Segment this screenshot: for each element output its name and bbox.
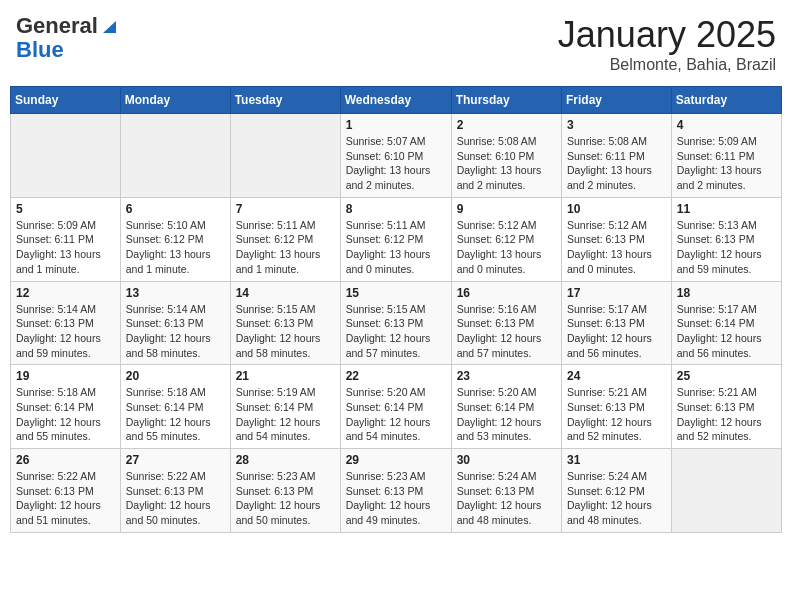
day-info: Sunrise: 5:13 AM Sunset: 6:13 PM Dayligh… bbox=[677, 218, 776, 277]
table-row: 14Sunrise: 5:15 AM Sunset: 6:13 PM Dayli… bbox=[230, 281, 340, 365]
calendar-week-row: 1Sunrise: 5:07 AM Sunset: 6:10 PM Daylig… bbox=[11, 114, 782, 198]
col-monday: Monday bbox=[120, 87, 230, 114]
table-row: 9Sunrise: 5:12 AM Sunset: 6:12 PM Daylig… bbox=[451, 197, 561, 281]
day-info: Sunrise: 5:18 AM Sunset: 6:14 PM Dayligh… bbox=[16, 385, 115, 444]
day-number: 11 bbox=[677, 202, 776, 216]
day-info: Sunrise: 5:12 AM Sunset: 6:12 PM Dayligh… bbox=[457, 218, 556, 277]
calendar-week-row: 5Sunrise: 5:09 AM Sunset: 6:11 PM Daylig… bbox=[11, 197, 782, 281]
day-info: Sunrise: 5:09 AM Sunset: 6:11 PM Dayligh… bbox=[677, 134, 776, 193]
day-info: Sunrise: 5:24 AM Sunset: 6:12 PM Dayligh… bbox=[567, 469, 666, 528]
table-row: 27Sunrise: 5:22 AM Sunset: 6:13 PM Dayli… bbox=[120, 449, 230, 533]
day-number: 31 bbox=[567, 453, 666, 467]
day-number: 30 bbox=[457, 453, 556, 467]
svg-marker-0 bbox=[103, 21, 116, 33]
table-row: 7Sunrise: 5:11 AM Sunset: 6:12 PM Daylig… bbox=[230, 197, 340, 281]
day-info: Sunrise: 5:15 AM Sunset: 6:13 PM Dayligh… bbox=[236, 302, 335, 361]
day-info: Sunrise: 5:20 AM Sunset: 6:14 PM Dayligh… bbox=[346, 385, 446, 444]
day-info: Sunrise: 5:17 AM Sunset: 6:14 PM Dayligh… bbox=[677, 302, 776, 361]
header: General Blue January 2025 Belmonte, Bahi… bbox=[10, 10, 782, 78]
table-row: 28Sunrise: 5:23 AM Sunset: 6:13 PM Dayli… bbox=[230, 449, 340, 533]
day-info: Sunrise: 5:20 AM Sunset: 6:14 PM Dayligh… bbox=[457, 385, 556, 444]
day-info: Sunrise: 5:08 AM Sunset: 6:10 PM Dayligh… bbox=[457, 134, 556, 193]
calendar-header-row: Sunday Monday Tuesday Wednesday Thursday… bbox=[11, 87, 782, 114]
day-number: 23 bbox=[457, 369, 556, 383]
col-saturday: Saturday bbox=[671, 87, 781, 114]
day-number: 28 bbox=[236, 453, 335, 467]
table-row: 30Sunrise: 5:24 AM Sunset: 6:13 PM Dayli… bbox=[451, 449, 561, 533]
logo-icon bbox=[98, 17, 116, 35]
table-row: 23Sunrise: 5:20 AM Sunset: 6:14 PM Dayli… bbox=[451, 365, 561, 449]
day-number: 26 bbox=[16, 453, 115, 467]
day-number: 17 bbox=[567, 286, 666, 300]
day-number: 14 bbox=[236, 286, 335, 300]
table-row: 18Sunrise: 5:17 AM Sunset: 6:14 PM Dayli… bbox=[671, 281, 781, 365]
table-row: 3Sunrise: 5:08 AM Sunset: 6:11 PM Daylig… bbox=[562, 114, 672, 198]
table-row: 21Sunrise: 5:19 AM Sunset: 6:14 PM Dayli… bbox=[230, 365, 340, 449]
day-number: 16 bbox=[457, 286, 556, 300]
table-row: 19Sunrise: 5:18 AM Sunset: 6:14 PM Dayli… bbox=[11, 365, 121, 449]
day-number: 19 bbox=[16, 369, 115, 383]
day-number: 27 bbox=[126, 453, 225, 467]
table-row: 26Sunrise: 5:22 AM Sunset: 6:13 PM Dayli… bbox=[11, 449, 121, 533]
day-info: Sunrise: 5:14 AM Sunset: 6:13 PM Dayligh… bbox=[126, 302, 225, 361]
table-row bbox=[120, 114, 230, 198]
day-info: Sunrise: 5:19 AM Sunset: 6:14 PM Dayligh… bbox=[236, 385, 335, 444]
table-row: 10Sunrise: 5:12 AM Sunset: 6:13 PM Dayli… bbox=[562, 197, 672, 281]
table-row: 20Sunrise: 5:18 AM Sunset: 6:14 PM Dayli… bbox=[120, 365, 230, 449]
day-info: Sunrise: 5:22 AM Sunset: 6:13 PM Dayligh… bbox=[16, 469, 115, 528]
logo: General Blue bbox=[16, 14, 116, 62]
day-info: Sunrise: 5:10 AM Sunset: 6:12 PM Dayligh… bbox=[126, 218, 225, 277]
day-number: 12 bbox=[16, 286, 115, 300]
day-number: 2 bbox=[457, 118, 556, 132]
table-row bbox=[230, 114, 340, 198]
day-number: 6 bbox=[126, 202, 225, 216]
day-number: 10 bbox=[567, 202, 666, 216]
table-row: 8Sunrise: 5:11 AM Sunset: 6:12 PM Daylig… bbox=[340, 197, 451, 281]
calendar-week-row: 19Sunrise: 5:18 AM Sunset: 6:14 PM Dayli… bbox=[11, 365, 782, 449]
month-title: January 2025 bbox=[558, 14, 776, 56]
day-info: Sunrise: 5:21 AM Sunset: 6:13 PM Dayligh… bbox=[677, 385, 776, 444]
calendar-table: Sunday Monday Tuesday Wednesday Thursday… bbox=[10, 86, 782, 533]
day-info: Sunrise: 5:23 AM Sunset: 6:13 PM Dayligh… bbox=[346, 469, 446, 528]
day-number: 13 bbox=[126, 286, 225, 300]
day-number: 4 bbox=[677, 118, 776, 132]
table-row: 16Sunrise: 5:16 AM Sunset: 6:13 PM Dayli… bbox=[451, 281, 561, 365]
calendar-week-row: 26Sunrise: 5:22 AM Sunset: 6:13 PM Dayli… bbox=[11, 449, 782, 533]
table-row: 1Sunrise: 5:07 AM Sunset: 6:10 PM Daylig… bbox=[340, 114, 451, 198]
day-info: Sunrise: 5:07 AM Sunset: 6:10 PM Dayligh… bbox=[346, 134, 446, 193]
table-row: 13Sunrise: 5:14 AM Sunset: 6:13 PM Dayli… bbox=[120, 281, 230, 365]
logo-blue-text: Blue bbox=[16, 38, 116, 62]
col-tuesday: Tuesday bbox=[230, 87, 340, 114]
table-row: 15Sunrise: 5:15 AM Sunset: 6:13 PM Dayli… bbox=[340, 281, 451, 365]
col-sunday: Sunday bbox=[11, 87, 121, 114]
day-info: Sunrise: 5:18 AM Sunset: 6:14 PM Dayligh… bbox=[126, 385, 225, 444]
day-number: 29 bbox=[346, 453, 446, 467]
day-info: Sunrise: 5:23 AM Sunset: 6:13 PM Dayligh… bbox=[236, 469, 335, 528]
day-info: Sunrise: 5:15 AM Sunset: 6:13 PM Dayligh… bbox=[346, 302, 446, 361]
table-row: 12Sunrise: 5:14 AM Sunset: 6:13 PM Dayli… bbox=[11, 281, 121, 365]
day-info: Sunrise: 5:14 AM Sunset: 6:13 PM Dayligh… bbox=[16, 302, 115, 361]
calendar-week-row: 12Sunrise: 5:14 AM Sunset: 6:13 PM Dayli… bbox=[11, 281, 782, 365]
day-info: Sunrise: 5:09 AM Sunset: 6:11 PM Dayligh… bbox=[16, 218, 115, 277]
table-row: 4Sunrise: 5:09 AM Sunset: 6:11 PM Daylig… bbox=[671, 114, 781, 198]
table-row: 25Sunrise: 5:21 AM Sunset: 6:13 PM Dayli… bbox=[671, 365, 781, 449]
day-number: 18 bbox=[677, 286, 776, 300]
day-info: Sunrise: 5:21 AM Sunset: 6:13 PM Dayligh… bbox=[567, 385, 666, 444]
day-info: Sunrise: 5:12 AM Sunset: 6:13 PM Dayligh… bbox=[567, 218, 666, 277]
day-info: Sunrise: 5:24 AM Sunset: 6:13 PM Dayligh… bbox=[457, 469, 556, 528]
day-number: 7 bbox=[236, 202, 335, 216]
location-subtitle: Belmonte, Bahia, Brazil bbox=[558, 56, 776, 74]
table-row: 24Sunrise: 5:21 AM Sunset: 6:13 PM Dayli… bbox=[562, 365, 672, 449]
day-number: 20 bbox=[126, 369, 225, 383]
day-number: 25 bbox=[677, 369, 776, 383]
table-row: 2Sunrise: 5:08 AM Sunset: 6:10 PM Daylig… bbox=[451, 114, 561, 198]
day-number: 8 bbox=[346, 202, 446, 216]
day-number: 24 bbox=[567, 369, 666, 383]
day-info: Sunrise: 5:17 AM Sunset: 6:13 PM Dayligh… bbox=[567, 302, 666, 361]
day-number: 15 bbox=[346, 286, 446, 300]
day-info: Sunrise: 5:22 AM Sunset: 6:13 PM Dayligh… bbox=[126, 469, 225, 528]
day-number: 3 bbox=[567, 118, 666, 132]
table-row: 6Sunrise: 5:10 AM Sunset: 6:12 PM Daylig… bbox=[120, 197, 230, 281]
table-row: 22Sunrise: 5:20 AM Sunset: 6:14 PM Dayli… bbox=[340, 365, 451, 449]
title-area: January 2025 Belmonte, Bahia, Brazil bbox=[558, 14, 776, 74]
